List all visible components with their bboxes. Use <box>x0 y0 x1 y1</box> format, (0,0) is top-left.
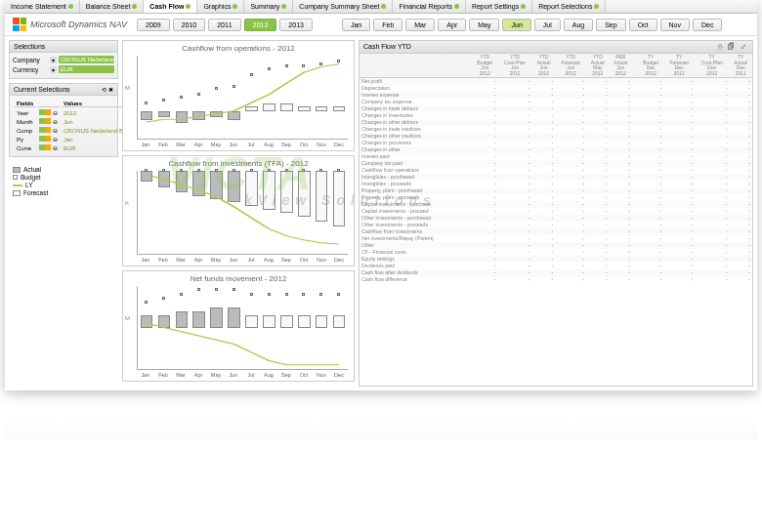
month-selector: JanFebMarAprMayJunJulAugSepOctNovDec <box>342 19 723 31</box>
chart-2: Net funds movement - 2012MJanFebMarAprMa… <box>122 270 355 382</box>
ytd-table-panel: Cash Flow YTD ⎙ 🗐 ⤢ YTDBudgetJun2012YTDC… <box>359 40 753 387</box>
tab-report-selections[interactable]: Report Selections <box>532 0 606 13</box>
month-apr[interactable]: Apr <box>438 19 466 31</box>
chart-legend: ActualBudgetLYForecast <box>9 161 118 201</box>
current-selections-panel: Current Selections⟲ ✖ FieldsValuesYear ⊖… <box>9 83 118 157</box>
tab-indicator-icon <box>381 4 386 9</box>
tab-indicator-icon <box>186 4 190 9</box>
year-selector: 20092010201120122013 <box>137 19 313 31</box>
tab-indicator-icon <box>68 4 73 9</box>
tab-strip: Income StatementBalance SheetCash FlowGr… <box>5 0 757 14</box>
legend-ly: LY <box>13 182 114 188</box>
month-jun[interactable]: Jun <box>502 19 530 31</box>
tab-indicator-icon <box>132 4 137 9</box>
ytd-table-title: Cash Flow YTD <box>363 43 411 51</box>
tab-indicator-icon <box>521 4 526 9</box>
year-2010[interactable]: 2010 <box>173 19 206 31</box>
ytd-table: YTDBudgetJun2012YTDCont.PlanJun2012YTDAc… <box>360 54 752 283</box>
legend-budget: Budget <box>13 174 114 181</box>
chart-0: Cashflow from operations - 2012MJanFebMa… <box>122 40 355 151</box>
month-dec[interactable]: Dec <box>693 19 722 31</box>
tab-indicator-icon <box>281 4 286 9</box>
month-nov[interactable]: Nov <box>660 19 690 31</box>
panel-tools[interactable]: ⟲ ✖ <box>102 86 113 93</box>
tab-indicator-icon <box>594 4 599 9</box>
current-selections-table: FieldsValuesYear ⊖2012Month ⊖JunComp ⊖CR… <box>13 99 131 153</box>
tab-summary[interactable]: Summary <box>244 0 293 13</box>
tab-income-statement[interactable]: Income Statement <box>5 0 80 13</box>
tab-financial-reports[interactable]: Financial Reports <box>393 0 465 13</box>
selections-body: Company▾CRONUS Nederland BVCurrency▾EUR <box>10 53 117 78</box>
selections-panel: Selections Company▾CRONUS Nederland BVCu… <box>9 40 118 79</box>
dropdown-arrow-icon[interactable]: ▾ <box>50 66 57 73</box>
app-logo: Microsoft Dynamics NAV <box>13 18 127 31</box>
tab-graphics[interactable]: Graphics <box>197 0 244 13</box>
year-2009[interactable]: 2009 <box>137 19 170 31</box>
month-feb[interactable]: Feb <box>373 19 402 31</box>
month-may[interactable]: May <box>469 19 499 31</box>
month-jan[interactable]: Jan <box>342 19 370 31</box>
selection-value[interactable]: CRONUS Nederland BV <box>59 56 114 63</box>
logo-text: Microsoft Dynamics NAV <box>30 20 127 29</box>
chart-1: Cashflow from investments (TFA) - 2012KJ… <box>122 155 355 266</box>
tab-indicator-icon <box>233 4 237 9</box>
tab-indicator-icon <box>454 4 459 9</box>
tab-balance-sheet[interactable]: Balance Sheet <box>80 0 145 13</box>
table-toolbar[interactable]: ⎙ 🗐 ⤢ <box>718 43 748 51</box>
year-2012[interactable]: 2012 <box>244 19 277 31</box>
year-2011[interactable]: 2011 <box>208 19 241 31</box>
current-selections-title: Current Selections <box>14 86 70 93</box>
header-bar: Microsoft Dynamics NAV 20092010201120122… <box>5 14 757 36</box>
selection-value[interactable]: EUR <box>59 65 114 73</box>
dropdown-arrow-icon[interactable]: ▾ <box>50 57 57 63</box>
legend-actual: Actual <box>13 166 114 173</box>
legend-forecast: Forecast <box>13 189 114 196</box>
tab-report-settings[interactable]: Report Settings <box>466 0 532 13</box>
selections-title: Selections <box>14 43 45 50</box>
month-oct[interactable]: Oct <box>629 19 657 31</box>
month-mar[interactable]: Mar <box>405 19 435 31</box>
year-2013[interactable]: 2013 <box>279 19 313 31</box>
month-sep[interactable]: Sep <box>596 19 625 31</box>
charts-column: Cashflow from operations - 2012MJanFebMa… <box>122 40 355 387</box>
tab-cash-flow[interactable]: Cash Flow <box>144 0 197 13</box>
month-aug[interactable]: Aug <box>564 19 593 31</box>
tab-company-summary-sheet[interactable]: Company Summary Sheet <box>293 0 393 13</box>
month-jul[interactable]: Jul <box>534 19 561 31</box>
